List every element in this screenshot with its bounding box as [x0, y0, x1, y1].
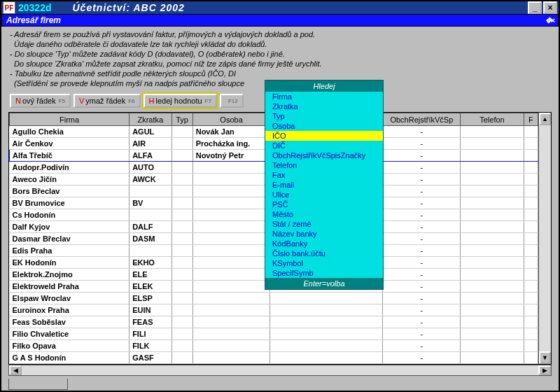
scroll-up-icon[interactable]: ▲: [539, 113, 551, 125]
popup-item[interactable]: DIČ: [265, 141, 383, 150]
col-header[interactable]: Zkratka: [130, 113, 172, 126]
table-row[interactable]: Filio ChvaleticeFILI-: [10, 328, 538, 340]
popup-item[interactable]: Číslo bank.účtu: [265, 248, 383, 258]
horizontal-scrollbar[interactable]: ◀ ▶: [8, 365, 552, 376]
table-row[interactable]: Filko OpavaFILK-: [10, 340, 538, 352]
table-row[interactable]: Elspaw WroclavELSP-: [10, 293, 538, 304]
col-header[interactable]: Telefon: [461, 113, 524, 126]
scroll-left-icon[interactable]: ◀: [9, 365, 22, 375]
scroll-right-icon[interactable]: ▶: [538, 365, 551, 375]
minimize-button[interactable]: _: [528, 1, 542, 14]
title-main: Účetnictví: ABC 2002: [72, 2, 526, 13]
popup-item[interactable]: Typ: [265, 111, 383, 121]
popup-item[interactable]: KSymbol: [265, 258, 383, 268]
table-row[interactable]: Feas SoběslavFEAS-: [10, 316, 538, 328]
popup-item[interactable]: PSČ: [265, 200, 383, 209]
delete-row-button[interactable]: Vymaž řádekF6: [74, 94, 141, 108]
col-header[interactable]: F: [524, 113, 538, 126]
popup-item[interactable]: Osoba: [265, 121, 383, 131]
popup-item[interactable]: Město: [265, 209, 383, 219]
popup-item[interactable]: SpecifSymb: [265, 268, 383, 278]
col-header[interactable]: Firma: [10, 113, 130, 126]
popup-item[interactable]: E-mail: [265, 180, 383, 190]
f12-button[interactable]: F12: [220, 94, 244, 108]
popup-item[interactable]: Ulice: [265, 190, 383, 200]
sheet-tab[interactable]: [8, 379, 68, 390]
title-code: 20322d: [18, 2, 51, 13]
popup-item[interactable]: Telefon: [265, 160, 383, 170]
col-header[interactable]: Typ: [172, 113, 192, 126]
search-value-button[interactable]: Hledej hodnotuF7: [144, 94, 217, 108]
popup-item[interactable]: Firma: [265, 92, 383, 102]
popup-item[interactable]: Stát / země: [265, 219, 383, 229]
popup-item[interactable]: IČO: [265, 131, 383, 141]
search-field-popup[interactable]: Hledej FirmaZkratkaTypOsobaIČODIČObchRej…: [265, 80, 384, 290]
popup-item[interactable]: Fax: [265, 170, 383, 180]
popup-item[interactable]: KódBanky: [265, 239, 383, 248]
col-header[interactable]: Osoba: [192, 113, 270, 126]
popup-item[interactable]: ObchRejstříkVčSpisZnačky: [265, 150, 383, 160]
move-icon[interactable]: ✥ ×: [545, 16, 554, 25]
popup-header: Hledej: [265, 80, 383, 92]
new-row-button[interactable]: Nový řádekF5: [10, 94, 71, 108]
tab-strip: [8, 379, 559, 391]
popup-item[interactable]: Název banky: [265, 229, 383, 239]
close-button[interactable]: ×: [543, 1, 557, 14]
titlebar: PF 20322d Účetnictví: ABC 2002 _ ×: [1, 1, 559, 14]
table-row[interactable]: G A S HodonínGASF-: [10, 352, 538, 364]
popup-item[interactable]: Zkratka: [265, 102, 383, 111]
panel-title: Adresář firem ✥ ×: [1, 14, 559, 27]
popup-footer: Enter=volba: [265, 278, 383, 289]
panel-title-text: Adresář firem: [6, 15, 61, 25]
vertical-scrollbar[interactable]: ▲ ▼: [538, 113, 551, 364]
app-logo: PF: [3, 1, 15, 14]
table-row[interactable]: Euroinox PrahaEUIN-: [10, 304, 538, 316]
col-header[interactable]: ObchRejstříkVčSp: [383, 113, 461, 126]
scroll-down-icon[interactable]: ▼: [539, 351, 551, 364]
